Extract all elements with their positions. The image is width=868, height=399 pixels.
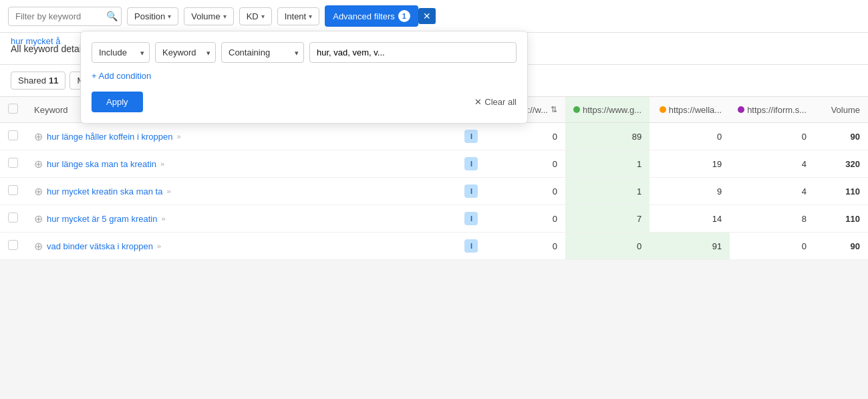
table-row: ⊕ hur mycket kreatin ska man ta » I 0 1 … (0, 178, 868, 205)
field-select-wrap: Keyword URL Position Volume (155, 42, 216, 63)
intent-filter-button[interactable]: Intent ▾ (277, 7, 320, 25)
volume-filter-button[interactable]: Volume ▾ (184, 7, 233, 25)
position-chevron-icon: ▾ (168, 13, 171, 20)
position-filter-button[interactable]: Position ▾ (127, 7, 178, 25)
row-checkbox-cell (0, 205, 26, 233)
row-checkbox-cell (0, 123, 26, 150)
table-row: ⊕ hur länge håller koffein i kroppen » I… (0, 123, 868, 150)
kd-label: KD (247, 11, 259, 21)
search-icon-button[interactable]: 🔍 (106, 11, 118, 21)
advanced-filters-label: Advanced filters (333, 11, 395, 21)
keyword-expand-icon: » (160, 160, 164, 168)
table-body: ⊕ hur länge håller koffein i kroppen » I… (0, 123, 868, 260)
keyword-link[interactable]: hur länge ska man ta kreatin (47, 159, 156, 169)
row-checkbox[interactable] (8, 185, 18, 195)
advanced-filters-panel: Include Exclude Keyword URL Position Vol… (80, 31, 528, 124)
field-select[interactable]: Keyword URL Position Volume (155, 42, 216, 63)
intent-label: Intent (285, 11, 307, 21)
url2-dot-icon (573, 106, 580, 113)
row-intent-cell: I (451, 205, 491, 233)
row-checkbox-cell (0, 178, 26, 205)
expand-icon[interactable]: ⊕ (34, 240, 43, 253)
expand-icon[interactable]: ⊕ (34, 158, 43, 170)
row-url2-cell: 7 (565, 205, 649, 233)
keyword-link[interactable]: hur mycket är 5 gram kreatin (47, 214, 157, 224)
filter-input-wrap: 🔍 (8, 7, 122, 26)
add-condition-button[interactable]: + Add condition (92, 71, 151, 81)
url4-dot-icon (738, 106, 744, 113)
kd-chevron-icon: ▾ (261, 13, 265, 20)
row-checkbox[interactable] (8, 240, 18, 250)
operator-select-wrap: Containing Not containing Equals Not equ… (221, 42, 304, 63)
row-url4-cell: 4 (730, 178, 815, 205)
row-keyword-cell: ⊕ hur länge håller koffein i kroppen » (26, 123, 451, 150)
expand-icon[interactable]: ⊕ (34, 213, 43, 225)
header-url4: https://iform.s... (730, 97, 815, 123)
expand-icon[interactable]: ⊕ (34, 185, 43, 198)
row-intent-cell: I (451, 233, 491, 260)
keyword-link[interactable]: vad binder vätska i kroppen (47, 241, 153, 251)
header-checkbox-cell (0, 97, 26, 123)
filter-panel-footer: Apply ✕ Clear all (92, 92, 517, 112)
keyword-expand-icon: » (166, 187, 170, 195)
row-intent-cell: I (451, 123, 491, 150)
tab-shared[interactable]: Shared 11 (11, 72, 65, 90)
row-url1-cell: 0 (491, 205, 565, 233)
keyword-expand-icon: » (161, 215, 165, 223)
tab-count: 11 (49, 76, 58, 86)
kd-filter-button[interactable]: KD ▾ (239, 7, 272, 25)
url2-col-label: https://www.g... (583, 105, 641, 115)
table-row: ⊕ hur mycket är 5 gram kreatin » I 0 7 1… (0, 205, 868, 233)
row-intent-cell: I (451, 178, 491, 205)
clear-all-label: Clear all (484, 97, 517, 107)
keyword-expand-icon: » (157, 242, 161, 250)
header-url2: https://www.g... (565, 97, 649, 123)
row-keyword-cell: ⊕ hur mycket är 5 gram kreatin » (26, 205, 451, 233)
url3-col-label: https://wella... (669, 105, 722, 115)
url1-sort-icon[interactable]: ⇅ (551, 105, 557, 114)
keyword-link[interactable]: hur mycket kreatin ska man ta (47, 186, 162, 196)
row-checkbox[interactable] (8, 130, 18, 140)
row-url3-cell: 14 (649, 205, 730, 233)
add-condition-label: + Add condition (92, 71, 151, 81)
row-url1-cell: 0 (491, 123, 565, 150)
filter-value-input[interactable] (309, 42, 517, 63)
condition-type-select-wrap: Include Exclude (92, 42, 150, 63)
row-keyword-cell: ⊕ hur länge ska man ta kreatin » (26, 150, 451, 178)
row-intent-cell: I (451, 150, 491, 178)
advanced-filters-button[interactable]: Advanced filters 1 (325, 5, 418, 27)
row-checkbox[interactable] (8, 158, 18, 168)
clear-all-button[interactable]: ✕ Clear all (474, 97, 517, 107)
row-checkbox[interactable] (8, 213, 18, 223)
expand-icon[interactable]: ⊕ (34, 130, 43, 143)
row-url4-cell: 8 (730, 205, 815, 233)
row-url3-cell: 9 (649, 178, 730, 205)
row-url4-cell: 0 (730, 233, 815, 260)
intent-badge: I (464, 184, 478, 198)
table-row: ⊕ vad binder vätska i kroppen » I 0 0 91… (0, 233, 868, 260)
volume-chevron-icon: ▾ (223, 13, 227, 20)
row-checkbox-cell (0, 150, 26, 178)
intent-badge: I (464, 157, 478, 170)
apply-button[interactable]: Apply (92, 92, 143, 112)
url3-dot-icon (660, 106, 666, 113)
row-url2-cell: 89 (565, 123, 649, 150)
intent-badge: I (464, 239, 478, 253)
operator-select[interactable]: Containing Not containing Equals Not equ… (221, 42, 304, 63)
row-checkbox-cell (0, 233, 26, 260)
advanced-filters-badge: 1 (398, 10, 410, 22)
close-advanced-filters-button[interactable]: ✕ (418, 8, 436, 24)
header-volume: Volume (815, 97, 868, 123)
row-url1-cell: 0 (491, 150, 565, 178)
header-checkbox[interactable] (8, 104, 18, 114)
intent-chevron-icon: ▾ (309, 13, 312, 20)
row-url4-cell: 0 (730, 123, 815, 150)
condition-type-select[interactable]: Include Exclude (92, 42, 150, 63)
row-volume-cell: 110 (815, 178, 868, 205)
keyword-link[interactable]: hur länge håller koffein i kroppen (47, 132, 172, 142)
url4-col-label: https://iform.s... (747, 105, 807, 115)
table-row: ⊕ hur länge ska man ta kreatin » I 0 1 1… (0, 150, 868, 178)
row-keyword-cell: ⊕ vad binder vätska i kroppen » (26, 233, 451, 260)
tab-label: Shared (18, 76, 46, 86)
filter-by-keyword-input[interactable] (8, 7, 122, 26)
